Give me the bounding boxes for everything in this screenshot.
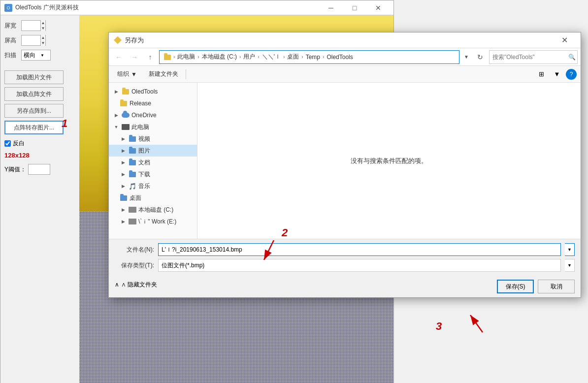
expand-icon-music[interactable]: ▶ xyxy=(120,183,127,190)
filetype-label: 保存类型(T): xyxy=(115,261,154,270)
path-pc[interactable]: 此电脑 xyxy=(176,52,196,62)
path-sep-3: › xyxy=(258,54,259,60)
minimize-button[interactable]: ─ xyxy=(320,0,342,15)
address-dropdown-button[interactable]: ▼ xyxy=(461,50,471,64)
nav-item-music[interactable]: ▶ 🎵 音乐 xyxy=(109,180,197,192)
nav-item-video[interactable]: ▶ 视频 xyxy=(109,133,197,145)
filetype-select[interactable]: 位图文件(*.bmp) xyxy=(158,259,561,272)
load-image-button[interactable]: 加载图片文件 xyxy=(4,70,64,84)
expand-icon-video[interactable]: ▶ xyxy=(120,135,127,142)
expand-icon-diskc[interactable]: ▶ xyxy=(120,206,127,213)
expand-icon-downloads[interactable]: ▶ xyxy=(120,171,127,178)
help-button[interactable]: ? xyxy=(566,69,577,80)
screen-width-up[interactable]: ▲ xyxy=(41,20,45,26)
nav-item-release[interactable]: Release xyxy=(109,97,197,109)
view-dropdown-button[interactable]: ▼ xyxy=(550,68,564,81)
filename-dropdown-button[interactable]: ▼ xyxy=(565,243,575,256)
screen-width-label: 屏宽 xyxy=(4,22,19,30)
nav-label-music: 音乐 xyxy=(138,182,150,191)
cancel-button[interactable]: 取消 xyxy=(538,280,575,293)
expand-icon-onedrive[interactable]: ▶ xyxy=(113,112,120,119)
dialog-toolbar: 组织 ▼ 新建文件夹 ⊞ ▼ ? xyxy=(109,66,581,83)
music-icon: 🎵 xyxy=(129,182,136,190)
app-title-bar: O OledTools 广州灵派科技 ─ □ ✕ xyxy=(0,0,393,15)
nav-label-video: 视频 xyxy=(138,135,150,143)
path-username[interactable]: ＼＼'ｌ xyxy=(261,52,282,62)
screen-width-input[interactable]: 128 xyxy=(22,21,40,31)
path-user[interactable]: 用户 xyxy=(242,52,257,62)
folder-icon-video xyxy=(129,135,136,143)
invert-checkbox[interactable] xyxy=(4,140,11,147)
dialog-close-button[interactable]: ✕ xyxy=(553,33,576,47)
search-box[interactable]: 🔍 xyxy=(489,50,578,64)
expand-icon-images[interactable]: ▶ xyxy=(120,147,127,154)
nav-item-onedrive[interactable]: ▶ OneDrive xyxy=(109,109,197,121)
search-icon: 🔍 xyxy=(568,54,576,61)
folder-icon-oledtools xyxy=(122,88,130,96)
threshold-row: Y阈值： 216 xyxy=(4,164,75,175)
search-input[interactable] xyxy=(492,54,566,61)
organize-dropdown-icon: ▼ xyxy=(131,71,137,78)
filetype-dropdown-button[interactable]: ▼ xyxy=(565,259,575,272)
screen-height-spin[interactable]: 64 ▲ ▼ xyxy=(21,35,46,46)
nav-item-oledtools[interactable]: ▶ OledTools xyxy=(109,86,197,97)
filename-row: 文件名(N): ▼ xyxy=(115,243,575,256)
screen-height-down[interactable]: ▼ xyxy=(41,40,45,46)
scan-row: 扫描 横向 ▼ xyxy=(4,50,75,61)
nav-item-docs[interactable]: ▶ 文档 xyxy=(109,157,197,168)
screen-width-spin[interactable]: 128 ▲ ▼ xyxy=(21,20,46,31)
screen-height-up[interactable]: ▲ xyxy=(41,35,45,40)
screen-height-arrows: ▲ ▼ xyxy=(40,35,45,46)
toolbar-right: ⊞ ▼ ? xyxy=(534,68,577,81)
screen-height-input[interactable]: 64 xyxy=(22,35,40,45)
path-desktop[interactable]: 桌面 xyxy=(286,52,300,62)
diskc-icon xyxy=(129,206,136,214)
nav-back-button[interactable]: ← xyxy=(112,50,126,64)
view-button[interactable]: ⊞ xyxy=(534,68,548,81)
title-bar-controls: ─ □ ✕ xyxy=(320,0,390,15)
path-sep-4: › xyxy=(283,54,285,60)
close-button[interactable]: ✕ xyxy=(367,0,390,15)
save-image-button[interactable]: 点阵转存图片... xyxy=(4,121,64,134)
expand-icon-pc[interactable]: ▼ xyxy=(113,124,120,130)
nav-label-diske: \`ｉ" Work (E:) xyxy=(138,218,176,226)
nav-up-button[interactable]: ↑ xyxy=(143,50,157,64)
toolbar-separator xyxy=(186,69,186,79)
screen-width-down[interactable]: ▼ xyxy=(41,26,45,31)
nav-label-pc: 此电脑 xyxy=(131,123,149,131)
nav-label-onedrive: OneDrive xyxy=(131,112,157,119)
nav-item-diskc[interactable]: ▶ 本地磁盘 (C:) xyxy=(109,204,197,216)
nav-item-downloads[interactable]: ▶ 下载 xyxy=(109,168,197,180)
save-dot-button[interactable]: 另存点阵到... xyxy=(4,104,64,118)
path-disk[interactable]: 本地磁盘 (C:) xyxy=(200,52,238,62)
save-button[interactable]: 保存(S) xyxy=(497,280,534,293)
path-folder-icon[interactable] xyxy=(163,53,172,62)
new-folder-button[interactable]: 新建文件夹 xyxy=(144,68,183,81)
nav-item-desktop[interactable]: 桌面 xyxy=(109,192,197,204)
path-sep-6: › xyxy=(323,54,324,60)
address-path[interactable]: › 此电脑 › 本地磁盘 (C:) › 用户 › ＼＼'ｌ › 桌面 › Tem… xyxy=(159,50,459,64)
load-dot-button[interactable]: 加载点阵文件 xyxy=(4,87,64,101)
app-title: OledTools 广州灵派科技 xyxy=(15,3,79,12)
nav-forward-button[interactable]: → xyxy=(128,50,141,64)
hide-folders-toggle[interactable]: ∧ ∧ 隐藏文件夹 xyxy=(115,281,157,289)
screen-width-row: 屏宽 128 ▲ ▼ xyxy=(4,20,75,31)
organize-button[interactable]: 组织 ▼ xyxy=(113,68,141,81)
expand-icon-docs[interactable]: ▶ xyxy=(120,159,127,166)
nav-item-diske[interactable]: ▶ \`ｉ" Work (E:) xyxy=(109,216,197,227)
path-oledtools[interactable]: OledTools xyxy=(325,53,354,62)
screen-height-row: 屏高 64 ▲ ▼ xyxy=(4,35,75,46)
path-temp[interactable]: Temp xyxy=(304,53,322,62)
annotation-3: 3 xyxy=(436,320,442,333)
threshold-input[interactable]: 216 xyxy=(28,164,50,175)
expand-icon-oledtools[interactable]: ▶ xyxy=(113,88,120,95)
filename-input[interactable] xyxy=(158,243,561,256)
expand-icon-diske[interactable]: ▶ xyxy=(120,218,127,225)
scan-select[interactable]: 横向 ▼ xyxy=(21,50,51,61)
nav-item-images[interactable]: ▶ 图片 xyxy=(109,145,197,157)
path-sep-2: › xyxy=(239,54,241,60)
hide-folders-icon: ∧ xyxy=(115,281,119,288)
maximize-button[interactable]: □ xyxy=(343,0,366,15)
refresh-button[interactable]: ↻ xyxy=(473,50,487,64)
nav-item-pc[interactable]: ▼ 此电脑 xyxy=(109,121,197,133)
